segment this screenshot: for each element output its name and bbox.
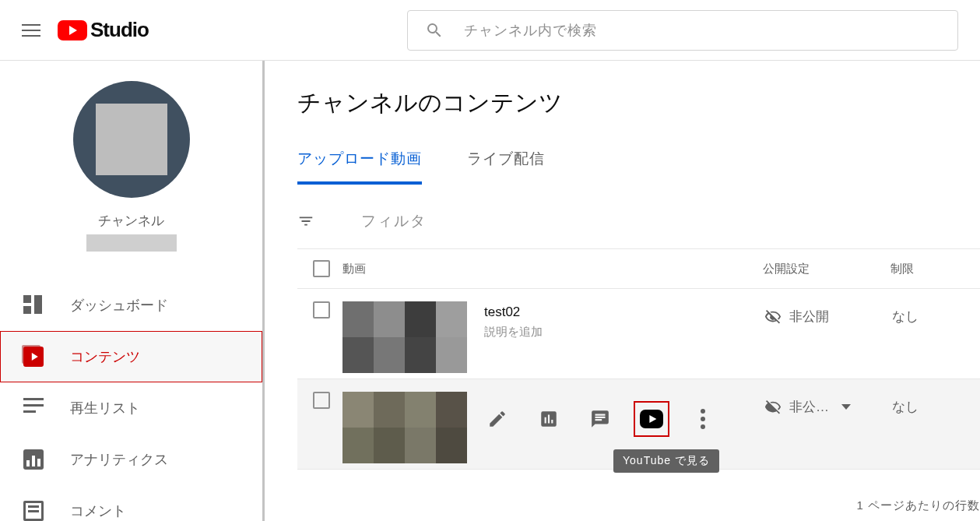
col-header-video: 動画 (342, 262, 763, 276)
playlist-icon (23, 398, 44, 418)
tabs: アップロード動画 ライブ配信 (297, 149, 980, 185)
visibility-off-icon (764, 399, 782, 416)
row-hover-actions (486, 407, 715, 431)
restrictions-cell: なし (892, 398, 919, 416)
row-checkbox[interactable] (313, 392, 330, 409)
channel-avatar[interactable] (73, 81, 190, 198)
more-options-button[interactable] (691, 407, 715, 431)
search-icon (425, 21, 444, 40)
sidebar-item-label: 再生リスト (70, 399, 140, 417)
analytics-button[interactable] (537, 407, 560, 431)
sidebar-item-content[interactable]: コンテンツ (0, 331, 262, 382)
table-row[interactable]: YouTube で見る 非公… なし (297, 379, 980, 470)
hover-tooltip: YouTube で見る (613, 449, 719, 473)
page-title: チャンネルのコンテンツ (297, 87, 980, 119)
studio-logo[interactable]: Studio (58, 18, 149, 42)
main-content: チャンネルのコンテンツ アップロード動画 ライブ配信 フィルタ 動画 公開設定 … (265, 61, 980, 521)
channel-block: チャンネル (0, 81, 262, 275)
logo-text: Studio (90, 18, 149, 42)
pencil-icon (487, 409, 508, 429)
tab-live[interactable]: ライブ配信 (467, 149, 545, 185)
restrictions-cell: なし (892, 308, 919, 326)
avatar-placeholder-icon (96, 104, 167, 175)
sidebar-item-comments[interactable]: コメント (0, 485, 262, 521)
visibility-cell[interactable]: 非公… (764, 398, 851, 416)
comment-icon (23, 501, 44, 521)
table-header: 動画 公開設定 制限 (297, 248, 980, 289)
col-header-restrictions: 制限 (890, 262, 914, 276)
video-title[interactable]: test02 (484, 305, 543, 320)
search-input[interactable]: チャンネル内で検索 (407, 10, 958, 51)
select-all-checkbox[interactable] (313, 260, 330, 277)
sidebar-item-dashboard[interactable]: ダッシュボード (0, 280, 262, 331)
header: Studio チャンネル内で検索 (0, 0, 980, 61)
pagination-label: 1 ページあたりの行数 (856, 498, 980, 513)
row-checkbox[interactable] (313, 301, 330, 319)
sidebar-item-playlists[interactable]: 再生リスト (0, 382, 262, 434)
comments-button[interactable] (588, 407, 612, 431)
video-thumbnail[interactable] (342, 301, 467, 373)
sidebar-item-label: コメント (70, 502, 126, 520)
visibility-off-icon (764, 308, 782, 326)
content-icon (23, 347, 44, 367)
filter-icon (297, 213, 314, 230)
youtube-play-icon (58, 20, 87, 40)
filter-placeholder: フィルタ (361, 211, 427, 231)
bar-chart-icon (539, 409, 559, 429)
edit-button[interactable] (486, 407, 509, 431)
hamburger-menu-icon[interactable] (22, 21, 40, 40)
sidebar-nav: ダッシュボード コンテンツ 再生リスト アナリティクス コメント (0, 280, 262, 521)
sidebar: チャンネル ダッシュボード コンテンツ 再生リスト アナリティクス コ (0, 61, 265, 521)
chevron-down-icon (841, 404, 851, 410)
search-placeholder: チャンネル内で検索 (464, 21, 597, 40)
sidebar-item-label: ダッシュボード (70, 296, 168, 315)
dashboard-icon (23, 295, 44, 315)
visibility-cell[interactable]: 非公開 (764, 308, 829, 326)
table-row[interactable]: test02 説明を追加 非公開 なし (297, 289, 980, 379)
video-description[interactable]: 説明を追加 (484, 325, 543, 340)
sidebar-item-label: アナリティクス (70, 450, 168, 469)
view-on-youtube-button[interactable] (640, 407, 663, 431)
sidebar-item-label: コンテンツ (70, 347, 140, 366)
comment-icon (590, 409, 610, 429)
channel-label: チャンネル (98, 212, 164, 230)
visibility-text: 非公開 (789, 308, 829, 326)
tab-uploads[interactable]: アップロード動画 (297, 149, 422, 185)
sidebar-item-analytics[interactable]: アナリティクス (0, 434, 262, 485)
col-header-visibility: 公開設定 (763, 262, 890, 276)
video-thumbnail[interactable] (342, 392, 467, 463)
filter-bar[interactable]: フィルタ (297, 202, 980, 241)
channel-name-placeholder (86, 234, 177, 252)
analytics-icon (23, 449, 44, 470)
more-vertical-icon (701, 409, 705, 429)
visibility-text: 非公… (789, 398, 829, 416)
youtube-icon (640, 410, 663, 428)
